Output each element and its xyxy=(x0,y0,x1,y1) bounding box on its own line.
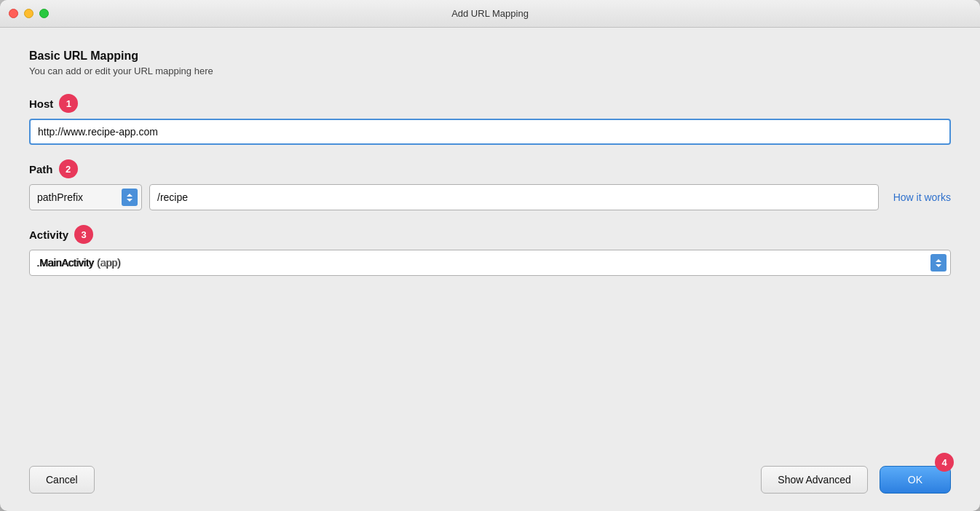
right-buttons: Show Advanced 4 OK xyxy=(761,466,951,494)
how-it-works-link[interactable]: How it works xyxy=(893,191,951,203)
section-subtitle: You can add or edit your URL mapping her… xyxy=(29,66,951,76)
activity-label-row: Activity 3 xyxy=(29,225,951,244)
traffic-lights xyxy=(9,9,49,18)
host-step-badge: 1 xyxy=(59,94,78,113)
maximize-button[interactable] xyxy=(39,9,49,18)
path-field-group: Path 2 pathPrefix pathLiteral pathPatter… xyxy=(29,159,951,210)
ok-button-wrapper: 4 OK xyxy=(880,466,951,494)
app-window: Add URL Mapping Basic URL Mapping You ca… xyxy=(0,0,980,511)
activity-field-group: Activity 3 .MainActivity (app) .MainActi… xyxy=(29,225,951,276)
path-input[interactable] xyxy=(149,184,879,210)
cancel-button[interactable]: Cancel xyxy=(29,466,95,494)
path-type-select[interactable]: pathPrefix pathLiteral pathPattern xyxy=(29,184,142,210)
host-label-row: Host 1 xyxy=(29,94,951,113)
bottom-bar: Cancel Show Advanced 4 OK xyxy=(0,454,980,511)
close-button[interactable] xyxy=(9,9,18,18)
path-step-badge: 2 xyxy=(59,159,78,178)
path-label-row: Path 2 xyxy=(29,159,951,178)
section-title: Basic URL Mapping xyxy=(29,49,951,63)
minimize-button[interactable] xyxy=(24,9,33,18)
path-type-select-wrapper: pathPrefix pathLiteral pathPattern xyxy=(29,184,142,210)
activity-label: Activity xyxy=(29,229,68,241)
spacer xyxy=(29,290,951,440)
title-bar: Add URL Mapping xyxy=(0,0,980,28)
activity-select-wrapper: .MainActivity (app) .MainActivity (app) xyxy=(29,250,951,276)
path-label: Path xyxy=(29,163,53,175)
show-advanced-button[interactable]: Show Advanced xyxy=(761,466,867,494)
main-content: Basic URL Mapping You can add or edit yo… xyxy=(0,28,980,454)
window-title: Add URL Mapping xyxy=(451,8,529,19)
host-label: Host xyxy=(29,98,53,110)
ok-step-badge: 4 xyxy=(935,453,954,472)
path-row: pathPrefix pathLiteral pathPattern How i… xyxy=(29,184,951,210)
activity-step-badge: 3 xyxy=(74,225,93,244)
activity-select[interactable]: .MainActivity (app) xyxy=(29,250,951,276)
host-field-group: Host 1 xyxy=(29,94,951,145)
host-input[interactable] xyxy=(29,119,951,145)
